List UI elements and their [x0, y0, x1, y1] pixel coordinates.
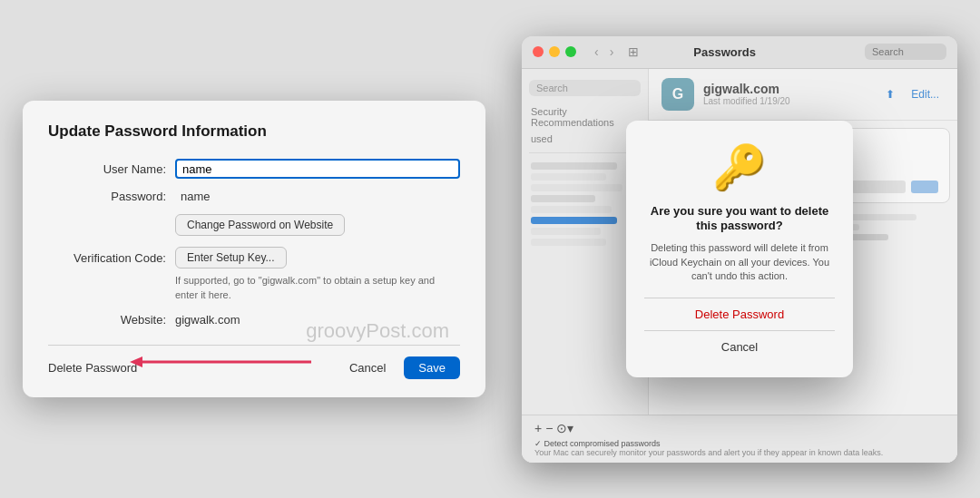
- change-password-button[interactable]: Change Password on Website: [175, 214, 345, 236]
- setup-help-text: If supported, go to "gigwalk.com" to obt…: [175, 274, 460, 302]
- titlebar-search-input[interactable]: [865, 44, 946, 60]
- username-row: User Name:: [48, 159, 460, 179]
- key-icon: 🔑: [644, 142, 835, 193]
- delete-confirm-dialog: 🔑 Are you sure you want to delete this p…: [626, 121, 853, 378]
- username-label: User Name:: [48, 162, 166, 176]
- svg-marker-1: [130, 356, 142, 367]
- site-name: gigwalk.com: [703, 82, 871, 96]
- dialog-cancel-button[interactable]: Cancel: [644, 330, 835, 363]
- sidebar-search-input[interactable]: [529, 80, 641, 96]
- traffic-lights: [533, 46, 576, 57]
- confirm-actions: Cancel Save: [338, 356, 460, 379]
- verification-row: Verification Code: Enter Setup Key...: [48, 247, 460, 269]
- enter-setup-button[interactable]: Enter Setup Key...: [175, 247, 287, 269]
- website-value: gigwalk.com: [175, 313, 240, 327]
- password-row: Password: name: [48, 190, 460, 203]
- edit-button[interactable]: Edit...: [906, 86, 945, 103]
- dialog-title: Are you sure you want to delete this pas…: [644, 204, 835, 235]
- passwords-app-window: ‹ › ⊞ Passwords Security Recommendations…: [522, 36, 957, 463]
- website-label: Website:: [48, 313, 166, 327]
- update-password-panel: Update Password Information User Name: P…: [23, 101, 485, 397]
- arrow-indicator: [130, 353, 329, 371]
- add-button[interactable]: +: [534, 421, 542, 435]
- password-label: Password:: [48, 190, 166, 203]
- maximize-button[interactable]: [565, 46, 576, 57]
- website-row: Website: gigwalk.com: [48, 313, 460, 327]
- dialog-body: Deleting this password will delete it fr…: [644, 241, 835, 283]
- detect-body: Your Mac can securely monitor your passw…: [534, 448, 945, 457]
- titlebar: ‹ › ⊞ Passwords: [522, 36, 957, 69]
- header-actions: ⬆ Edit...: [880, 86, 945, 103]
- site-icon: G: [662, 78, 694, 111]
- close-button[interactable]: [533, 46, 544, 57]
- content-header: G gigwalk.com Last modified 1/19/20 ⬆ Ed…: [649, 69, 957, 121]
- save-button[interactable]: Save: [404, 356, 460, 379]
- password-value: name: [175, 190, 460, 203]
- more-button[interactable]: ⊙▾: [556, 421, 573, 435]
- share-button[interactable]: ⬆: [880, 86, 900, 103]
- panel-title: Update Password Information: [48, 122, 460, 141]
- site-modified: Last modified 1/19/20: [703, 96, 871, 106]
- detect-label: ✓ Detect compromised passwords: [534, 439, 945, 448]
- bottom-actions: + − ⊙▾: [534, 421, 945, 435]
- change-password-row: Change Password on Website: [48, 214, 460, 236]
- verification-label: Verification Code:: [48, 251, 166, 265]
- bottom-bar: + − ⊙▾ ✓ Detect compromised passwords Yo…: [522, 415, 957, 463]
- confirm-delete-button[interactable]: Delete Password: [644, 298, 835, 330]
- bottom-action-row: Delete Password Cancel Save: [48, 345, 460, 379]
- site-info: gigwalk.com Last modified 1/19/20: [703, 82, 871, 106]
- cancel-button[interactable]: Cancel: [338, 357, 397, 378]
- username-input[interactable]: [175, 159, 460, 179]
- window-title: Passwords: [592, 45, 858, 59]
- minimize-button[interactable]: [549, 46, 560, 57]
- delete-password-button[interactable]: Delete Password: [48, 361, 137, 375]
- sidebar-divider: [529, 152, 641, 153]
- remove-button[interactable]: −: [545, 421, 553, 435]
